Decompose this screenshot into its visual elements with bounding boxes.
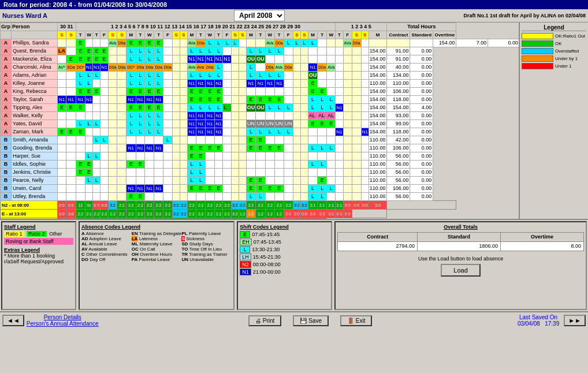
table-row: B Jenkins, Christie EE LL 110.00 56.00 0… xyxy=(1,169,519,177)
table-row: A Mackenzie, Eliza E EEEE LLLL N1N1N1N1N… xyxy=(1,55,519,64)
last-saved-label: Last Saved On xyxy=(518,314,559,320)
legend-title: Legend xyxy=(522,24,586,31)
table-row: A Yates, David LLL LLLL N1N1N1N1 UNUNUNU… xyxy=(1,120,519,128)
table-row: B Harper, Sue LL EE 110.00 56.00 0.00 xyxy=(1,152,519,161)
print-button[interactable]: 🖨 Print xyxy=(248,315,281,326)
table-row: B Uttley, Brenda EE LL LL 110.00 56.00 0… xyxy=(1,193,519,201)
table-row: B Iddles, Sophie EE EE LL LL 110.00 56.0… xyxy=(1,161,519,169)
nav-right-button[interactable]: ►► xyxy=(564,315,586,326)
nav-left-button[interactable]: ◄◄ xyxy=(2,315,24,326)
staffing-row-e: E - at 13:00 0:0 0:0 2:2 2:1 2:2 2:2 2:2… xyxy=(1,210,519,218)
table-row: B Pearce, Nelly LL LL EE E 110.00 56.00 … xyxy=(1,177,519,185)
total-hours-header: Total Hours xyxy=(387,23,456,31)
table-row: A Killey, Joanne LL LLLL N1N1N1N1 N1N1N1… xyxy=(1,80,519,88)
person-details-link[interactable]: Person Details xyxy=(44,314,81,320)
table-row: A Charcinski, Alina AV*SDa DO*N1N1N1 D0a… xyxy=(1,64,519,72)
table-row: B Urwin, Carol N1N1N1N1 EEEE EEEE LLL 11… xyxy=(1,185,519,193)
grp-header: Grp xyxy=(1,23,12,31)
saved-date: 03/04/08 17:39 xyxy=(518,320,559,327)
draft-info: Draft No.1 1st draft for April by ALINA … xyxy=(424,13,586,18)
annual-attendance-link[interactable]: Person's Annual Attendance xyxy=(27,320,99,327)
month-select[interactable]: April 2008 xyxy=(234,10,285,21)
absence-legend-title: Absence Codes Legend xyxy=(81,224,232,230)
person-header: Person xyxy=(12,23,58,31)
load-button[interactable]: Load xyxy=(441,264,480,277)
table-row: B Smith, Amanda LL L EE 110.00 42.00 xyxy=(1,136,519,144)
overall-totals-title: Overall Totals xyxy=(337,224,584,230)
table-row: A Phillips, Sandra E AVaD0a EEEE AVaD0a … xyxy=(1,39,519,47)
staff-legend-title: Staff Legend xyxy=(4,224,73,230)
table-row: A Walker, Kelly LLLL N1N1N1N1 ALALAL 154… xyxy=(1,112,519,120)
table-row: A Tipping, Alex EE E EEEE LLLLL OUOU LLL… xyxy=(1,104,519,112)
table-row: A Quest, Brenda LA EEEE LLLL LLLL LLLL 1… xyxy=(1,47,519,55)
table-row: A King, Rebecca EEE EEEE EEEE EE 154.00 … xyxy=(1,88,519,96)
table-row: A Zaman, Mark EE E LLLL N1N1N1N1 LLLLL N… xyxy=(1,128,519,136)
staffing-row-n2: N2 - at 08:00 0:0 0:0 12 0c 0:3 0:0 3:2 … xyxy=(1,201,519,210)
staffing-row-l: L - at 16:00 0:0 0:0 2:2 2:1 2:1 2:2 2:2… xyxy=(1,218,519,219)
table-row: A Taylor, Sarah N1N1 N1N1 N1N1N1N1 EEEE … xyxy=(1,96,519,104)
save-button[interactable]: 💾 Save xyxy=(293,315,329,326)
table-row: B Gooding, Brenda N1N1N1N1 EEEE EEEE LLL… xyxy=(1,144,519,152)
title-bar: Rota for period: 2008 4 - from 01/04/200… xyxy=(0,0,588,9)
ward-name: Nurses Ward A xyxy=(2,12,95,19)
load-message: Use the Load button to load absence xyxy=(337,256,584,262)
table-row: A Adams, Adrian LLL LLLL LLLL LLLL OU 15… xyxy=(1,72,519,80)
shift-legend-title: Shift Codes Legend xyxy=(240,224,329,230)
exit-button[interactable]: 🚪 Exit xyxy=(340,315,372,326)
